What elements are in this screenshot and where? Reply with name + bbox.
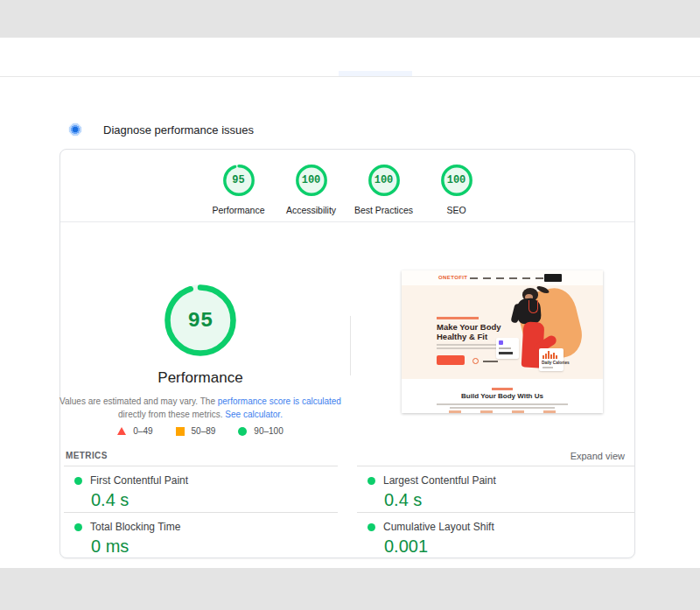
gauge-seo[interactable]: 100 SEO: [420, 164, 493, 215]
thumb-calories-card: Daily Calories: [539, 348, 564, 371]
gauge-label: SEO: [446, 205, 466, 215]
expand-view-link[interactable]: Expand view: [570, 451, 625, 461]
gauge-accessibility[interactable]: 100 Accessibility: [275, 164, 347, 215]
legend-range: 50–89: [192, 426, 216, 436]
thumb-jump-rope: [528, 300, 538, 313]
fail-triangle-icon: [117, 427, 126, 435]
gauge-best-practices[interactable]: 100 Best Practices: [347, 164, 420, 215]
pass-dot-icon: [368, 523, 375, 531]
metrics-heading: METRICS: [66, 451, 108, 460]
pass-dot-icon: [368, 477, 375, 485]
gauge-score: 95: [222, 164, 256, 197]
thumb-site-logo: ONETOFIT: [438, 275, 467, 280]
metric-value: 0 ms: [91, 536, 338, 557]
thumb-play-icon: [472, 358, 479, 364]
site-screenshot-thumbnail: ONETOFIT Make Your BodyHealthy & Fit: [402, 270, 603, 413]
thumb-site-nav: [470, 277, 543, 279]
pass-circle-icon: [238, 427, 247, 436]
pagespeed-report: Diagnose performance issues 95 Performan…: [0, 0, 700, 610]
legend-pass: 90–100: [238, 426, 283, 436]
legend-range: 0–49: [133, 426, 152, 436]
section-title: Diagnose performance issues: [103, 123, 254, 137]
gauge-ring: 100: [295, 164, 328, 197]
average-square-icon: [176, 427, 185, 436]
thumb-paragraph-bar: [437, 403, 568, 405]
gauge-performance[interactable]: 95 Performance: [202, 164, 275, 215]
metric-label: Total Blocking Time: [90, 521, 180, 533]
gauge-score: 100: [440, 164, 473, 197]
metric-total-blocking-time: Total Blocking Time 0 ms: [64, 512, 338, 558]
diagnose-section-header[interactable]: Diagnose performance issues: [68, 123, 254, 137]
metric-largest-contentful-paint: Largest Contentful Paint 0.4 s: [357, 466, 634, 512]
performance-section-title: Performance: [60, 369, 340, 387]
score-disclaimer: Values are estimated and may vary. The p…: [56, 395, 345, 421]
gauge-label: Performance: [212, 205, 264, 215]
thumb-hero-section: Make Your BodyHealthy & Fit Daily Calori…: [402, 285, 603, 379]
thumb-section-title: Build Your Body With Us: [402, 392, 603, 400]
gauge-ring: 100: [368, 164, 401, 197]
pass-dot-icon: [74, 523, 82, 531]
thumb-section-kicker-bar: [492, 388, 513, 390]
header-divider: [0, 76, 700, 77]
gauge-score: 100: [295, 164, 328, 197]
thumb-lower-section: Build Your Body With Us: [402, 379, 603, 413]
metric-first-contentful-paint: First Contentful Paint 0.4 s: [64, 466, 338, 512]
metric-label: First Contentful Paint: [90, 474, 188, 487]
see-calculator-link[interactable]: See calculator.: [225, 410, 283, 419]
thumb-stat-card: [496, 338, 519, 359]
gauge-score: 100: [368, 164, 401, 197]
score-legend: 0–49 50–89 90–100: [60, 426, 340, 436]
category-score-row: 95 Performance 100 Accessibility: [60, 164, 634, 215]
thumb-footer-hints: [402, 410, 603, 413]
gauge-row-divider: [60, 221, 634, 222]
performance-blue-dot-icon: [68, 123, 82, 137]
gauge-label: Accessibility: [286, 205, 336, 215]
gauge-label: Best Practices: [354, 205, 413, 215]
legend-fail: 0–49: [117, 426, 152, 436]
thumb-watch-video-bar: [483, 361, 498, 362]
gauge-ring: 100: [440, 164, 473, 197]
metric-value: 0.4 s: [91, 490, 338, 510]
metric-value: 0.001: [384, 536, 634, 557]
thumb-site-header: ONETOFIT: [402, 270, 603, 285]
performance-score-value: 95: [164, 284, 237, 357]
thumb-paragraph-bar: [450, 407, 555, 409]
thumb-cta-button: [437, 355, 465, 365]
legend-average: 50–89: [176, 426, 216, 436]
performance-main-gauge: 95: [164, 284, 237, 357]
metric-value: 0.4 s: [384, 490, 634, 510]
bottom-gray-bar: [0, 568, 700, 610]
thumb-mini-bar-chart: [542, 351, 557, 359]
thumb-calories-title: Daily Calories: [542, 361, 570, 365]
thumb-hero-title: Make Your BodyHealthy & Fit: [437, 322, 501, 341]
thumb-hero-kicker-bar: [437, 317, 479, 319]
metric-label: Cumulative Layout Shift: [383, 521, 494, 533]
pass-dot-icon: [74, 477, 82, 485]
score-calc-link[interactable]: performance score is calculated: [218, 396, 341, 406]
top-gray-bar: [0, 0, 700, 38]
disclaimer-text-2: directly from these metrics.: [118, 410, 225, 419]
gauge-ring: 95: [222, 164, 256, 197]
lighthouse-report-card: 95 Performance 100 Accessibility: [60, 149, 635, 558]
legend-range: 90–100: [254, 426, 283, 436]
metric-cumulative-layout-shift: Cumulative Layout Shift 0.001: [357, 512, 634, 558]
disclaimer-text: Values are estimated and may vary. The: [60, 396, 218, 406]
vertical-divider: [350, 316, 351, 375]
thumb-join-button: [544, 274, 562, 282]
metric-label: Largest Contentful Paint: [383, 474, 496, 487]
